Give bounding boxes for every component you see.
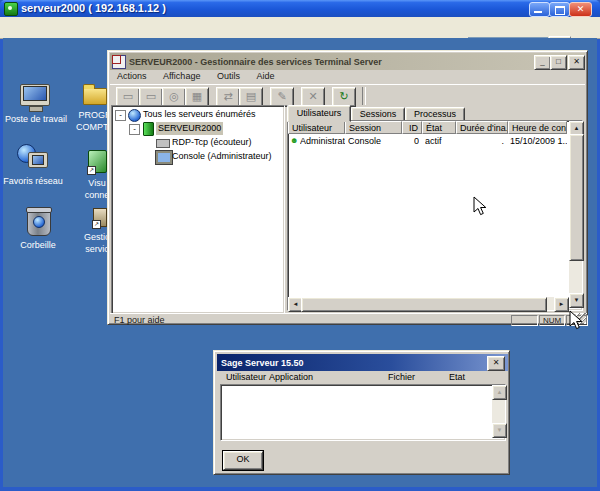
vnc-toolbar: ▦ ▤ ✂ ↻ ▭ ! ▦ ▭ ⇅ (0, 17, 600, 39)
menu-aide[interactable]: Aide (249, 70, 281, 81)
col-header-utilisateur[interactable]: Utilisateur (288, 121, 345, 134)
sage-col-utilisateur: Utilisateur (226, 372, 266, 382)
sage-col-fichier: Fichier (388, 372, 415, 382)
network-places-icon[interactable] (17, 144, 47, 170)
reset-icon[interactable]: ▤ (239, 87, 263, 107)
desktop-icon-label[interactable]: Corbeille (5, 240, 71, 251)
close-button[interactable]: ✕ (569, 2, 592, 17)
col-header-duree[interactable]: Durée d'ina... (456, 121, 508, 134)
connect-icon[interactable]: ▭ (116, 87, 140, 107)
collapse-toggle[interactable]: - (115, 110, 126, 121)
vertical-scrollbar[interactable]: ▲ ▼ (569, 121, 582, 308)
cell-utilisateur: Administrateur (300, 135, 345, 147)
my-computer-icon[interactable] (20, 84, 50, 108)
users-list: Utilisateur Session ID État Durée d'ina.… (287, 120, 583, 311)
tree-server-label[interactable]: SERVEUR2000 (156, 122, 223, 135)
remote-control-icon[interactable]: ⇄ (216, 87, 240, 107)
menu-affichage[interactable]: Affichage (156, 70, 207, 81)
delete-icon[interactable]: ✕ (301, 87, 325, 107)
statusbar-pane-num: NUM (539, 315, 565, 326)
status-icon[interactable]: ◎ (162, 87, 186, 107)
tsm-window-title: SERVEUR2000 - Gestionnaire des services … (129, 57, 382, 67)
sessions-pane: Utilisateurs Sessions Processus Utilisat… (287, 105, 585, 312)
sage-window: Sage Serveur 15.50 ✕ Utilisateur Applica… (213, 350, 510, 475)
gestion-services-icon[interactable]: ↗ (93, 208, 108, 228)
col-header-etat[interactable]: État (422, 121, 456, 134)
rdp-listener-icon (156, 139, 170, 148)
server-icon (143, 122, 154, 136)
sage-col-application: Application (269, 372, 313, 382)
scroll-up-icon[interactable]: ▲ (492, 385, 507, 400)
logoff-icon[interactable]: ✎ (270, 87, 294, 107)
desktop-icon-label[interactable]: Favoris réseau (3, 176, 66, 187)
col-header-session[interactable]: Session (345, 121, 402, 134)
horizontal-scroll-thumb[interactable] (301, 297, 547, 312)
all-servers-icon (128, 109, 141, 122)
close-button[interactable]: ✕ (568, 55, 585, 70)
sage-scrollbar[interactable]: ▲ ▼ (492, 385, 505, 438)
tree-root-label[interactable]: Tous les serveurs énumérés (143, 108, 256, 121)
recycle-bin-icon[interactable] (27, 206, 51, 236)
scroll-down-icon[interactable]: ▼ (569, 293, 584, 308)
sage-titlebar[interactable]: Sage Serveur 15.50 ✕ (217, 354, 508, 371)
vnc-app-icon (4, 2, 18, 16)
menu-outils[interactable]: Outils (210, 70, 247, 81)
shortcut-arrow-icon: ↗ (87, 166, 96, 175)
cell-id: 0 (402, 135, 419, 147)
statusbar-pane (511, 315, 538, 326)
cell-heure: 15/10/2009 1... (510, 135, 567, 147)
sage-session-list[interactable]: ▲ ▼ (220, 384, 506, 441)
maximize-button[interactable] (549, 2, 570, 17)
cell-etat: actif (425, 135, 455, 147)
col-header-heure[interactable]: Heure de con... (508, 121, 567, 134)
user-icon: ☻ (290, 135, 299, 147)
console-icon (156, 151, 172, 164)
visu-connexion-icon[interactable]: ↗ (88, 150, 108, 174)
col-header-id[interactable]: ID (402, 121, 422, 134)
resize-grip[interactable] (575, 313, 586, 324)
server-tree: - Tous les serveurs énumérés - SERVEUR20… (111, 105, 285, 314)
refresh-icon[interactable]: ↻ (332, 87, 356, 107)
ok-button[interactable]: OK (223, 451, 263, 470)
minimize-button[interactable]: _ (534, 55, 551, 70)
minimize-button[interactable] (529, 2, 550, 17)
sage-col-etat: Etat (449, 372, 465, 382)
tsm-titlebar[interactable]: SERVEUR2000 - Gestionnaire des services … (110, 53, 585, 70)
disconnect-icon[interactable]: ▭ (139, 87, 163, 107)
tsm-menubar: Actions Affichage Outils Aide (110, 70, 585, 84)
tsm-app-icon (112, 55, 126, 69)
menu-actions[interactable]: Actions (110, 70, 154, 81)
tree-console-label[interactable]: Console (Administrateur) (172, 150, 272, 163)
maximize-button[interactable]: □ (550, 55, 567, 70)
shortcut-arrow-icon: ↗ (92, 220, 101, 229)
folder-icon[interactable] (83, 88, 107, 106)
tab-utilisateurs[interactable]: Utilisateurs (287, 105, 351, 122)
tsm-window: SERVEUR2000 - Gestionnaire des services … (107, 50, 588, 325)
collapse-toggle[interactable]: - (129, 124, 140, 135)
tree-listener-label[interactable]: RDP-Tcp (écouteur) (172, 136, 252, 149)
scroll-down-icon[interactable]: ▼ (492, 423, 507, 438)
close-button[interactable]: ✕ (487, 356, 505, 371)
vnc-titlebar[interactable]: serveur2000 ( 192.168.1.12 ) ✕ (0, 0, 600, 17)
scroll-right-icon[interactable]: ► (554, 297, 569, 312)
tsm-statusbar: F1 pour aide NUM (110, 313, 587, 325)
sage-window-title: Sage Serveur 15.50 (221, 358, 304, 368)
cell-duree: . (456, 135, 504, 147)
toolbar-separator (362, 87, 366, 105)
status-help-text: F1 pour aide (114, 315, 165, 325)
horizontal-scrollbar[interactable]: ◄ ► (288, 297, 569, 310)
vertical-scroll-thumb[interactable] (569, 134, 584, 261)
cell-session: Console (348, 135, 400, 147)
vnc-window-title: serveur2000 ( 192.168.1.12 ) (21, 2, 166, 14)
desktop-icon-label[interactable]: Poste de travail (3, 114, 69, 125)
send-message-icon[interactable]: ▦ (185, 87, 209, 107)
